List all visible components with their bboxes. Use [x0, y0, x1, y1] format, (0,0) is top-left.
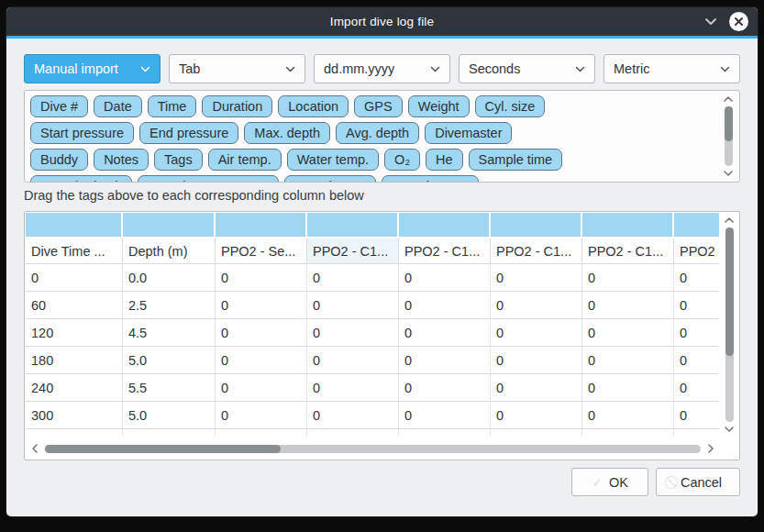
table-horizontal-scrollbar[interactable] — [28, 440, 717, 457]
table-cell: 0 — [399, 374, 491, 402]
tag-end-pressure[interactable]: End pressure — [139, 122, 238, 144]
tag-duration[interactable]: Duration — [202, 95, 272, 117]
tag-start-pressure[interactable]: Start pressure — [30, 122, 134, 144]
tag-sample-po[interactable]: Sample pO₂ — [284, 175, 376, 183]
scroll-up-icon[interactable] — [722, 93, 735, 105]
tag-sample-temperature[interactable]: Sample temperature — [138, 175, 278, 183]
scrollbar-thumb[interactable] — [725, 227, 734, 356]
tag-palette-scrollbar[interactable] — [719, 93, 737, 180]
tag-weight[interactable]: Weight — [408, 95, 470, 117]
table-cell: 0 — [491, 264, 582, 292]
tag-sample-depth[interactable]: Sample depth — [30, 175, 132, 183]
table-cell: 0 — [307, 264, 399, 292]
tag-time[interactable]: Time — [148, 95, 197, 117]
tag-max-depth[interactable]: Max. depth — [244, 122, 330, 144]
column-header-3: PPO2 - C1... — [307, 238, 399, 264]
table-cell: 5.5 — [123, 374, 216, 402]
scroll-down-icon[interactable] — [722, 167, 735, 180]
combo-1-dropdown[interactable]: Tab — [169, 54, 305, 83]
scroll-up-icon[interactable] — [723, 214, 736, 227]
tag-tags[interactable]: Tags — [154, 149, 203, 171]
table-row: 1204.5000000 — [26, 319, 719, 347]
tag-notes[interactable]: Notes — [94, 149, 149, 171]
combo-2-dropdown[interactable]: dd.mm.yyyy — [314, 54, 450, 83]
combo-3-dropdown[interactable]: Seconds — [459, 54, 595, 83]
table-cell: 0 — [674, 347, 719, 374]
tag-cyl-size[interactable]: Cyl. size — [475, 95, 546, 117]
import-dive-log-dialog: Import dive log file Manual importTabdd.… — [6, 7, 758, 516]
scroll-left-icon[interactable] — [28, 442, 41, 455]
table-cell: 0 — [582, 319, 674, 347]
cancel-button[interactable]: ⃠ Cancel — [656, 468, 740, 496]
table-cell: 300 — [26, 402, 123, 429]
scrollbar-track[interactable] — [45, 445, 701, 453]
tag-avg-depth[interactable]: Avg. depth — [336, 122, 419, 144]
tag-sample-cns[interactable]: Sample CNS — [382, 175, 479, 183]
combo-0-dropdown[interactable]: Manual import — [24, 54, 161, 83]
tag-air-temp[interactable]: Air temp. — [208, 149, 282, 171]
table-cell — [582, 429, 674, 436]
scrollbar-thumb[interactable] — [45, 445, 281, 453]
dialog-footer: ✓ OK ⃠ Cancel — [24, 468, 740, 496]
scrollbar-track[interactable] — [725, 106, 733, 166]
dialog-content: Manual importTabdd.mm.yyyySecondsMetric … — [6, 39, 758, 516]
tag-sample-time[interactable]: Sample time — [469, 149, 563, 171]
table-cell: 0 — [216, 374, 307, 402]
scroll-right-icon[interactable] — [704, 442, 717, 455]
chevron-down-icon — [140, 66, 150, 72]
tag-water-temp[interactable]: Water temp. — [287, 149, 379, 171]
table-cell: 0 — [582, 292, 674, 319]
table-cell: 0 — [674, 402, 719, 429]
table-cell: 0 — [674, 319, 719, 347]
tag-divemaster[interactable]: Divemaster — [425, 122, 512, 144]
table-cell: 240 — [26, 374, 123, 402]
table-row: 2405.5000000 — [26, 374, 719, 402]
column-drop-target-6[interactable] — [582, 213, 674, 238]
check-icon: ✓ — [592, 475, 603, 490]
column-drop-target-2[interactable] — [216, 213, 307, 238]
table-cell: 0 — [216, 264, 307, 292]
column-drop-target-3[interactable] — [307, 213, 399, 238]
tag-he[interactable]: He — [426, 149, 463, 171]
table-cell — [491, 429, 582, 436]
chevron-down-icon — [285, 66, 295, 72]
titlebar[interactable]: Import dive log file — [6, 7, 758, 39]
table-cell: 0 — [491, 374, 582, 402]
close-icon[interactable] — [729, 12, 748, 31]
tag-dive[interactable]: Dive # — [30, 95, 88, 117]
table-cell: 0 — [582, 264, 674, 292]
table-cell: 0 — [307, 347, 399, 374]
ok-button[interactable]: ✓ OK — [571, 468, 648, 496]
column-drop-target-4[interactable] — [399, 213, 491, 238]
csv-preview-table: Dive Time ...Depth (m)PPO2 - Se...PPO2 -… — [24, 211, 740, 460]
column-drop-target-1[interactable] — [123, 213, 216, 238]
scroll-down-icon[interactable] — [723, 423, 736, 436]
tag-buddy[interactable]: Buddy — [30, 149, 88, 171]
tag-gps[interactable]: GPS — [354, 95, 403, 117]
tag-location[interactable]: Location — [278, 95, 349, 117]
scrollbar-track[interactable] — [725, 227, 734, 422]
tag-o[interactable]: O₂ — [384, 149, 420, 171]
table-row: 1805.0000000 — [26, 347, 719, 374]
table-vertical-scrollbar[interactable] — [720, 214, 738, 436]
chevron-down-icon — [575, 66, 585, 72]
table-cell: 0 — [491, 319, 582, 347]
column-drop-row — [26, 213, 719, 238]
table-cell: 0 — [674, 264, 719, 292]
tag-date[interactable]: Date — [94, 95, 142, 117]
column-drop-target-0[interactable] — [26, 213, 123, 238]
column-drop-target-7[interactable] — [674, 213, 719, 238]
combo-4-dropdown[interactable]: Metric — [603, 54, 740, 83]
column-header-0: Dive Time ... — [26, 238, 123, 264]
table-header-row: Dive Time ...Depth (m)PPO2 - Se...PPO2 -… — [26, 238, 719, 264]
table-cell: 0 — [582, 347, 674, 374]
table-cell: 0 — [674, 292, 719, 319]
table-row: 00.0000000 — [26, 264, 719, 292]
window-title: Import dive log file — [6, 15, 758, 28]
ok-button-label: OK — [609, 475, 628, 490]
chevron-down-icon — [720, 66, 730, 72]
chevron-down-icon[interactable] — [703, 17, 718, 27]
column-drop-target-5[interactable] — [491, 213, 582, 238]
column-header-2: PPO2 - Se... — [216, 238, 307, 264]
scrollbar-thumb[interactable] — [725, 106, 733, 141]
